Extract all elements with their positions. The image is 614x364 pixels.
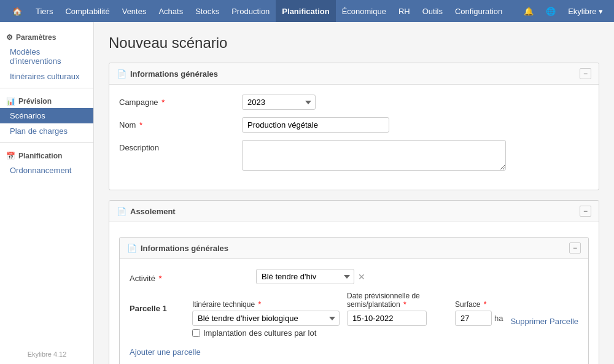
description-label: Description xyxy=(119,140,242,152)
nom-field xyxy=(242,117,589,133)
date-label: Date prévisionnelle de semis/plantation … xyxy=(347,292,448,309)
activite-field: Blé tendre d'hiv Autre ✕ xyxy=(256,269,578,284)
nav-comptabilite[interactable]: Comptabilité xyxy=(59,0,115,22)
sidebar-item-modeles-interventions[interactable]: Modèles d'interventions xyxy=(0,44,93,69)
top-nav: 🏠 Tiers Comptabilité Ventes Achats Stock… xyxy=(0,0,614,22)
parcelle-section-1: Parcelle 1 Itinéraire technique * xyxy=(130,292,578,338)
form-row-campagne: Campagne * 2022 2023 2024 xyxy=(119,95,589,110)
sidebar-item-itineraires-culturaux[interactable]: Itinéraires culturaux xyxy=(0,69,93,84)
main-content: Nouveau scénario 📄 Informations générale… xyxy=(94,22,614,364)
panel-assolement: 📄 Assolement − 📄 Informations générales … xyxy=(109,200,599,364)
form-row-activite: Activité * Blé tendre d'hiv Autre ✕ xyxy=(130,269,578,284)
doc-icon-assolement: 📄 xyxy=(117,207,126,216)
surface-input[interactable] xyxy=(455,311,492,326)
nom-required: * xyxy=(139,120,142,130)
panel-informations-generales: 📄 Informations générales − Campagne * 20… xyxy=(109,63,599,190)
panel-body-assolement: 📄 Informations générales − Activité * xyxy=(109,222,599,364)
doc-icon-inner: 📄 xyxy=(127,244,137,253)
sidebar-item-scenarios[interactable]: Scénarios xyxy=(0,108,93,123)
implantation-checkbox[interactable] xyxy=(192,329,200,337)
ajouter-parcelle-link[interactable]: Ajouter une parcelle xyxy=(130,347,201,357)
assolement-inner-panel: 📄 Informations générales − Activité * xyxy=(119,237,589,364)
sidebar-item-plan-de-charges[interactable]: Plan de charges xyxy=(0,123,93,139)
sidebar: ⚙ Paramètres Modèles d'interventions Iti… xyxy=(0,22,94,364)
panel-header-informations-generales: 📄 Informations générales − xyxy=(109,63,599,85)
nav-ventes[interactable]: Ventes xyxy=(116,0,153,22)
nav-stocks[interactable]: Stocks xyxy=(189,0,225,22)
implantation-label[interactable]: Implantation des cultures par lot xyxy=(203,328,316,338)
implantation-row: Implantation des cultures par lot xyxy=(192,328,578,338)
calendar-icon: 📅 xyxy=(6,152,15,160)
campagne-field: 2022 2023 2024 xyxy=(242,95,589,110)
parcelle-label: Parcelle 1 xyxy=(130,292,185,313)
globe-nav-item[interactable]: 🌐 xyxy=(540,0,562,22)
nom-input[interactable] xyxy=(242,117,389,133)
doc-icon: 📄 xyxy=(117,69,126,79)
user-menu[interactable]: Ekylibre ▾ xyxy=(562,0,609,22)
activite-clear-btn[interactable]: ✕ xyxy=(357,271,367,283)
assolement-inner-header: 📄 Informations générales − xyxy=(120,238,588,259)
activite-required: * xyxy=(159,274,162,283)
main-layout: ⚙ Paramètres Modèles d'interventions Iti… xyxy=(0,22,614,364)
form-row-description: Description xyxy=(119,140,589,172)
itineraire-label: Itinéraire technique * xyxy=(192,300,340,309)
nav-economique[interactable]: Économique xyxy=(336,0,392,22)
chart-icon: 📊 xyxy=(6,97,15,106)
collapse-btn-inner[interactable]: − xyxy=(569,242,581,254)
nav-outils[interactable]: Outils xyxy=(416,0,449,22)
collapse-btn-assolement[interactable]: − xyxy=(580,206,591,217)
description-textarea[interactable] xyxy=(242,140,506,171)
home-nav-item[interactable]: 🏠 xyxy=(5,0,29,22)
settings-icon: ⚙ xyxy=(6,33,13,42)
bell-icon: 🔔 xyxy=(524,7,534,16)
description-field xyxy=(242,140,589,172)
panel-body-informations-generales: Campagne * 2022 2023 2024 Nom xyxy=(109,85,599,190)
page-title: Nouveau scénario xyxy=(109,34,599,52)
campagne-label: Campagne * xyxy=(119,95,242,107)
assolement-inner-body: Activité * Blé tendre d'hiv Autre ✕ xyxy=(120,259,588,364)
nav-planification[interactable]: Planification xyxy=(276,0,335,22)
nav-achats[interactable]: Achats xyxy=(152,0,189,22)
globe-icon: 🌐 xyxy=(546,7,556,16)
panel-header-assolement: 📄 Assolement − xyxy=(109,201,599,222)
nav-configuration[interactable]: Configuration xyxy=(449,0,508,22)
collapse-btn-informations-generales[interactable]: − xyxy=(580,68,591,79)
campagne-required: * xyxy=(161,98,165,107)
form-row-nom: Nom * xyxy=(119,117,589,133)
surface-label: Surface * xyxy=(455,300,503,309)
activite-label: Activité * xyxy=(130,271,252,283)
nom-label: Nom * xyxy=(119,117,242,130)
supprimer-parcelle-link[interactable]: Supprimer Parcelle xyxy=(510,304,578,326)
sidebar-prevision-header: 📊 Prévision xyxy=(0,92,93,108)
campagne-select[interactable]: 2022 2023 2024 xyxy=(242,95,316,110)
sidebar-parametres-header: ⚙ Paramètres xyxy=(0,28,93,44)
home-icon: 🏠 xyxy=(12,7,22,16)
bell-nav-item[interactable]: 🔔 xyxy=(518,0,540,22)
activite-select[interactable]: Blé tendre d'hiv Autre xyxy=(256,269,354,284)
nav-production[interactable]: Production xyxy=(225,0,276,22)
sidebar-item-ordonnancement[interactable]: Ordonnancement xyxy=(0,163,93,178)
nav-tiers[interactable]: Tiers xyxy=(29,0,59,22)
surface-unit-label: ha xyxy=(494,314,503,323)
date-input[interactable] xyxy=(347,311,427,326)
sidebar-planification-header: 📅 Planification xyxy=(0,147,93,163)
sidebar-version: Ekylibre 4.12 xyxy=(0,350,94,358)
nav-rh[interactable]: RH xyxy=(392,0,416,22)
itineraire-select[interactable]: Blé tendre d'hiver biologique Autre xyxy=(192,311,340,326)
